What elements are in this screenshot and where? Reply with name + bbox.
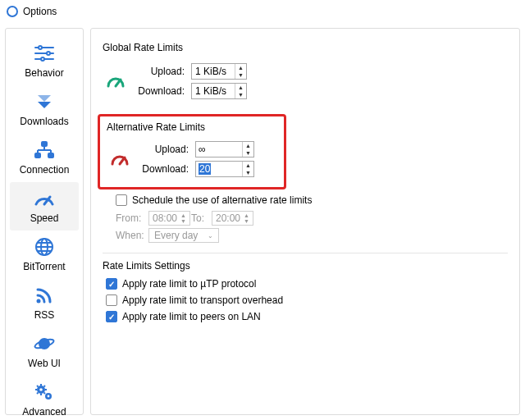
sidebar: Behavior Downloads Connection Speed BitT… (5, 28, 84, 415)
schedule-checkbox-row[interactable]: Schedule the use of alternative rate lim… (116, 194, 508, 206)
connection-icon (33, 139, 56, 162)
spinner-icon: ▲▼ (244, 212, 249, 224)
speed-gauge-icon (33, 187, 56, 210)
spinner-up-icon[interactable]: ▲ (235, 84, 246, 91)
chevron-down-icon: ⌄ (208, 232, 213, 240)
setting-overhead[interactable]: Apply rate limit to transport overhead (106, 294, 508, 306)
sidebar-item-label: Downloads (20, 116, 68, 127)
when-label: When: (116, 230, 148, 241)
global-limits-title: Global Rate Limits (103, 42, 508, 53)
setting-label: Apply rate limit to µTP protocol (122, 278, 256, 290)
speed-gauge-icon (106, 71, 126, 91)
alt-speed-gauge-icon (110, 149, 130, 169)
sidebar-item-downloads[interactable]: Downloads (10, 85, 80, 134)
spinner-up-icon[interactable]: ▲ (243, 162, 253, 169)
sidebar-item-webui[interactable]: Web UI (10, 327, 80, 376)
sidebar-item-speed[interactable]: Speed (10, 182, 80, 231)
svg-point-5 (41, 57, 44, 61)
alt-limits-highlight: Alternative Rate Limits Upload: ▲▼ Downl… (98, 114, 286, 189)
checkbox[interactable] (106, 294, 117, 306)
sidebar-item-label: Speed (30, 212, 59, 224)
app-icon (7, 6, 18, 17)
spinner-down-icon[interactable]: ▼ (243, 149, 253, 157)
svg-line-32 (44, 386, 46, 387)
spinner-down-icon[interactable]: ▼ (243, 169, 253, 176)
planet-icon (33, 332, 56, 355)
downloads-icon (33, 90, 56, 113)
upload-label: Upload: (134, 66, 191, 77)
spinner-up-icon[interactable]: ▲ (235, 64, 246, 71)
svg-point-25 (48, 395, 50, 398)
alt-download-spinner[interactable]: 20▲▼ (195, 161, 254, 177)
rss-icon (33, 284, 56, 307)
svg-rect-6 (42, 142, 47, 146)
svg-rect-7 (35, 153, 40, 158)
sidebar-item-label: BitTorrent (23, 261, 65, 272)
alt-upload-spinner[interactable]: ▲▼ (195, 141, 254, 158)
setting-label: Apply rate limit to peers on LAN (122, 311, 261, 322)
sidebar-item-connection[interactable]: Connection (10, 134, 80, 182)
sidebar-item-advanced[interactable]: Advanced (10, 376, 80, 420)
schedule-checkbox[interactable] (116, 194, 127, 206)
svg-point-23 (39, 388, 43, 391)
sidebar-item-label: Behavior (25, 67, 63, 79)
upload-label: Upload: (138, 144, 195, 155)
to-time-picker[interactable]: 20:00▲▼ (212, 211, 253, 226)
svg-point-19 (37, 299, 41, 304)
global-download-spinner[interactable]: ▲▼ (191, 83, 247, 99)
svg-point-4 (47, 52, 50, 55)
settings-panel: Global Rate Limits Upload: ▲▼ Download: … (90, 28, 520, 415)
globe-icon (33, 235, 56, 258)
spinner-down-icon[interactable]: ▼ (235, 91, 246, 98)
svg-rect-8 (48, 153, 53, 158)
to-label: To: (190, 212, 212, 224)
spinner-up-icon[interactable]: ▲ (243, 142, 253, 149)
window-title: Options (23, 6, 57, 17)
from-label: From: (116, 212, 148, 224)
divider (103, 253, 508, 253)
setting-utp[interactable]: ✓ Apply rate limit to µTP protocol (106, 278, 508, 290)
global-upload-spinner[interactable]: ▲▼ (191, 63, 247, 80)
sidebar-item-rss[interactable]: RSS (10, 279, 80, 327)
download-label: Download: (138, 163, 195, 175)
schedule-label: Schedule the use of alternative rate lim… (132, 194, 312, 206)
sidebar-item-label: Advanced (22, 406, 66, 418)
svg-line-35 (120, 158, 125, 164)
sidebar-item-label: Web UI (28, 358, 61, 369)
global-upload-input[interactable] (192, 64, 235, 79)
svg-point-3 (39, 46, 42, 49)
alt-upload-input[interactable] (196, 142, 242, 157)
sidebar-item-label: Connection (20, 164, 70, 176)
setting-label: Apply rate limit to transport overhead (122, 294, 283, 306)
svg-line-34 (116, 80, 121, 86)
global-download-input[interactable] (192, 84, 235, 98)
sidebar-item-bittorrent[interactable]: BitTorrent (10, 231, 80, 279)
sidebar-item-label: RSS (34, 309, 55, 321)
svg-line-31 (44, 393, 46, 395)
sidebar-item-behavior[interactable]: Behavior (10, 37, 80, 85)
download-label: Download: (134, 85, 191, 97)
sliders-icon (33, 42, 56, 65)
checkbox[interactable]: ✓ (106, 311, 117, 322)
when-select[interactable]: Every day⌄ (148, 228, 219, 243)
from-time-picker[interactable]: 08:00▲▼ (148, 211, 190, 226)
spinner-down-icon[interactable]: ▼ (235, 71, 246, 79)
svg-line-33 (37, 393, 39, 395)
titlebar: Options (0, 0, 525, 23)
gears-icon (33, 381, 56, 404)
checkbox[interactable]: ✓ (106, 278, 117, 290)
alt-limits-title: Alternative Rate Limits (107, 121, 277, 133)
spinner-icon: ▲▼ (180, 212, 186, 224)
setting-lan[interactable]: ✓ Apply rate limit to peers on LAN (106, 311, 508, 322)
svg-line-30 (37, 386, 39, 387)
rate-settings-title: Rate Limits Settings (103, 260, 508, 272)
